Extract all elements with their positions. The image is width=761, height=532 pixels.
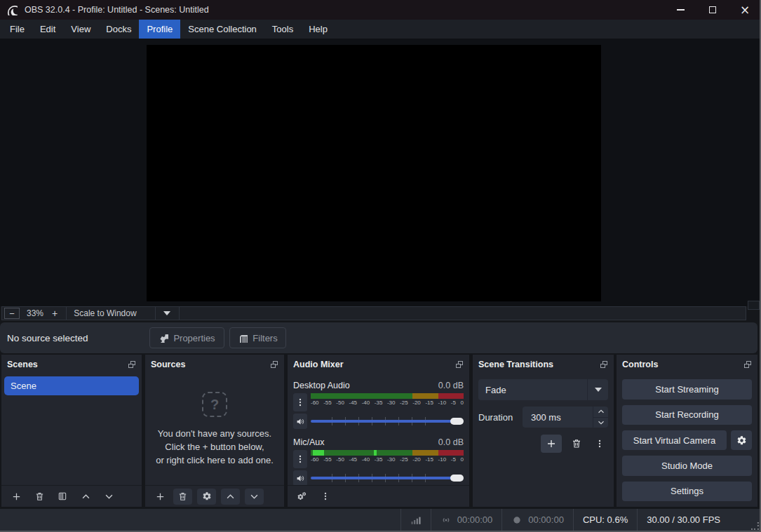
chevron-up-icon (597, 407, 605, 416)
gear-icon (202, 491, 212, 501)
menu-scene-collection[interactable]: Scene Collection (180, 20, 264, 39)
meter-tick-label: 0 (460, 456, 463, 463)
mute-button[interactable] (293, 414, 307, 429)
duration-label: Duration (478, 412, 517, 423)
meter-scale: -60-55-50-45-40-35-30-25-20-15-10-50 (311, 400, 464, 407)
empty-text-line: or right click here to add one. (156, 453, 274, 467)
audio-mixer-title: Audio Mixer (293, 360, 344, 369)
menu-tools[interactable]: Tools (264, 20, 301, 39)
menu-help[interactable]: Help (301, 20, 335, 39)
start-virtual-camera-button[interactable]: Start Virtual Camera (622, 430, 727, 450)
zoom-out-button[interactable]: − (4, 308, 20, 319)
popout-icon[interactable] (270, 360, 278, 369)
slider-handle[interactable] (450, 418, 464, 425)
menu-docks[interactable]: Docks (98, 20, 139, 39)
cpu-label: CPU: 0.6% (583, 514, 628, 525)
menu-file[interactable]: File (2, 20, 32, 39)
menu-bar: File Edit View Docks Profile Scene Colle… (0, 20, 761, 39)
trash-icon (34, 491, 45, 502)
transition-select[interactable]: Fade (478, 379, 608, 400)
filters-button[interactable]: Filters (229, 327, 286, 348)
popout-icon[interactable] (600, 360, 608, 369)
volume-slider[interactable] (311, 414, 464, 429)
signal-bars-icon (410, 514, 422, 526)
duration-increase-button[interactable] (593, 407, 608, 418)
scale-mode-dropdown[interactable] (156, 306, 180, 320)
audio-mixer-toolbar (288, 485, 469, 507)
record-timer: 00:00:00 (502, 509, 573, 531)
maximize-button[interactable] (696, 0, 729, 20)
maximize-icon (709, 6, 716, 13)
remove-transition-button[interactable] (568, 435, 585, 453)
meter-tick-label: -25 (400, 400, 408, 407)
preview-canvas[interactable] (147, 45, 601, 301)
kebab-icon (295, 454, 305, 464)
channel-menu-button[interactable] (293, 450, 307, 468)
meter-tick-label: -15 (425, 400, 433, 407)
minimize-button[interactable] (664, 0, 696, 20)
preview-area (0, 39, 761, 306)
studio-mode-button[interactable]: Studio Mode (622, 456, 752, 476)
sources-empty-state[interactable]: ? You don't have any sources. Click the … (145, 374, 284, 485)
add-transition-button[interactable] (541, 435, 562, 453)
channel-menu-button[interactable] (293, 393, 307, 411)
trash-icon (571, 438, 582, 449)
meter-tick-label: -10 (438, 400, 447, 407)
add-source-button[interactable] (151, 488, 168, 505)
start-recording-button[interactable]: Start Recording (622, 405, 752, 425)
stream-time: 00:00:00 (457, 514, 493, 525)
zoom-in-button[interactable]: + (52, 308, 58, 319)
speaker-icon (296, 474, 305, 483)
meter-tick-label: -30 (387, 456, 396, 463)
window-title: OBS 32.0.4 - Profile: Untitled - Scenes:… (25, 5, 209, 15)
sources-panel: Sources ? You don't have any sources. Cl… (145, 355, 284, 507)
settings-button[interactable]: Settings (622, 482, 752, 502)
mute-button[interactable] (293, 470, 307, 485)
remove-source-button[interactable] (173, 489, 192, 505)
scene-list-item[interactable]: Scene (4, 376, 139, 395)
meter-tick-label: -35 (375, 400, 383, 407)
slider-track (311, 477, 462, 479)
popout-icon[interactable] (455, 360, 464, 369)
slider-handle[interactable] (450, 475, 464, 482)
source-move-down-button[interactable] (245, 489, 264, 505)
duration-spinbox[interactable]: 300 ms (523, 407, 608, 428)
advanced-audio-button[interactable] (294, 488, 311, 505)
scene-move-up-button[interactable] (77, 488, 94, 505)
scenes-panel: Scenes Scene (1, 355, 142, 507)
source-properties-button[interactable] (197, 489, 216, 505)
close-button[interactable]: × (729, 0, 761, 20)
scene-transitions-panel: Scene Transitions Fade Duration 300 ms (473, 355, 614, 507)
menu-view[interactable]: View (63, 20, 98, 39)
virtual-camera-config-button[interactable] (731, 430, 752, 450)
menu-edit[interactable]: Edit (32, 20, 63, 39)
popout-icon[interactable] (743, 360, 752, 369)
controls-title: Controls (622, 360, 658, 369)
kebab-icon (295, 397, 305, 407)
meter-tick-label: -10 (438, 456, 447, 463)
volume-meter (311, 393, 464, 399)
stream-timer: 00:00:00 (431, 509, 502, 531)
volume-meter (311, 450, 464, 456)
meter-tick-label: -40 (362, 400, 370, 407)
source-move-up-button[interactable] (221, 489, 240, 505)
remove-scene-button[interactable] (31, 488, 48, 505)
duration-decrease-button[interactable] (593, 418, 608, 428)
add-scene-button[interactable] (8, 488, 25, 505)
obs-logo-icon (6, 4, 18, 15)
mixer-menu-button[interactable] (317, 488, 334, 505)
transition-menu-button[interactable] (591, 435, 608, 453)
scene-filters-button[interactable] (54, 488, 71, 505)
meter-tick-label: -45 (349, 400, 357, 407)
scenes-toolbar (1, 485, 142, 507)
plus-icon (546, 438, 557, 449)
popout-icon[interactable] (128, 360, 136, 369)
start-streaming-button[interactable]: Start Streaming (622, 379, 752, 400)
menu-profile[interactable]: Profile (139, 20, 180, 39)
volume-slider[interactable] (311, 470, 464, 485)
properties-button[interactable]: Properties (149, 327, 224, 348)
meter-tick-label: -55 (323, 456, 332, 463)
empty-text-line: Click the + button below, (165, 440, 264, 453)
scene-move-down-button[interactable] (100, 488, 117, 505)
resize-grip[interactable] (751, 522, 759, 530)
